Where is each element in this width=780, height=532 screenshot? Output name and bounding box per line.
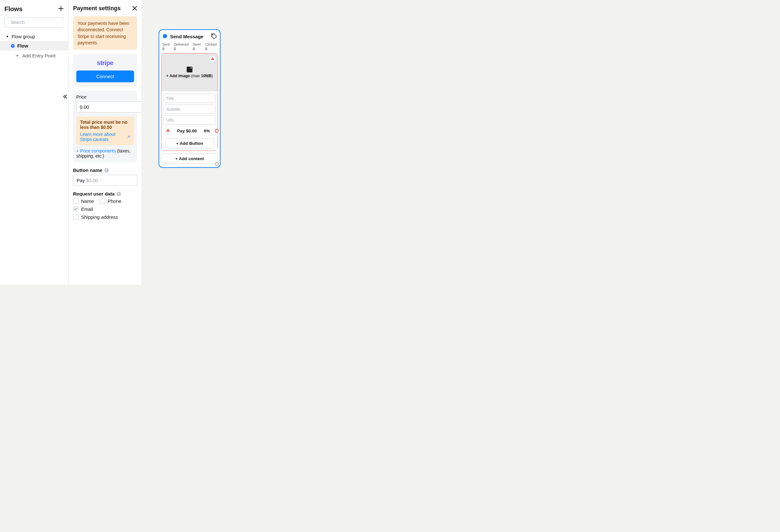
stripe-logo: stripe — [76, 59, 134, 67]
check-email[interactable]: Email — [73, 206, 93, 212]
card-url-input[interactable]: URL — [163, 115, 216, 125]
price-warning: Total price must be no less than $0.50 L… — [76, 116, 134, 145]
flows-tree: ▼ Flow group Flow ＋ Add Entry Point — [0, 31, 68, 62]
pay-button-label: Pay $0.00 — [177, 128, 197, 133]
node-title: Send Message — [170, 34, 203, 39]
panel-title: Payment settings — [73, 5, 120, 12]
stat-label: Delivered — [174, 42, 189, 46]
add-image-area[interactable]: + Add Image (max 10MB) — [161, 54, 218, 91]
stat-value: 0 — [162, 47, 170, 51]
chat-bubble-icon — [162, 34, 167, 40]
price-warning-text: Total price must be no less than $0.50 — [80, 120, 130, 130]
search-input[interactable] — [10, 19, 67, 25]
button-name-amount: $0.00 — [86, 178, 98, 183]
add-flow-button[interactable] — [58, 5, 64, 13]
check-phone[interactable]: Phone — [100, 198, 121, 204]
flow-group-label: Flow group — [11, 34, 35, 39]
flows-sidebar: Flows ▼ Flow group Flow ＋ Add En — [0, 0, 68, 285]
user-data-checkboxes: Name Phone Email Shipping address — [73, 198, 137, 220]
add-price-components-link[interactable]: + Price components — [76, 148, 116, 153]
info-icon[interactable]: i — [116, 192, 121, 196]
stripe-connect-card: stripe Connect — [73, 54, 137, 86]
price-label: Price — [76, 94, 134, 100]
svg-rect-2 — [212, 59, 212, 60]
button-name-label: Button name — [73, 167, 102, 173]
caret-down-icon: ▼ — [6, 35, 9, 38]
checkbox-checked[interactable] — [73, 206, 79, 212]
node-stats: Sent0 Delivered0 Seen0 Clicked0 — [159, 41, 220, 53]
button-name-input[interactable]: Pay $0.00 — [73, 175, 137, 186]
add-image-label: + Add Image (max 10MB) — [166, 74, 213, 78]
warning-icon — [166, 128, 170, 133]
check-name[interactable]: Name — [73, 198, 94, 204]
pay-click-rate: 0% — [204, 128, 210, 133]
add-content-button[interactable]: + Add content — [161, 153, 218, 164]
pay-button-row[interactable]: Pay $0.00 0% — [163, 126, 216, 135]
check-shipping[interactable]: Shipping address — [73, 214, 137, 220]
sidebar-title: Flows — [4, 5, 23, 13]
warning-badge — [209, 55, 216, 62]
flow-group-row[interactable]: ▼ Flow group — [0, 32, 68, 41]
external-link-icon: ↗ — [127, 135, 130, 139]
stat-label: Clicked — [205, 42, 217, 46]
plus-icon: ＋ — [15, 52, 20, 59]
card-subtitle-input[interactable]: Subtitle — [163, 105, 216, 114]
request-user-data-label: Request user data — [73, 191, 114, 197]
add-entry-point-row[interactable]: ＋ Add Entry Point — [0, 50, 68, 61]
search-field[interactable] — [4, 17, 64, 28]
request-user-data-section: Request user data i — [73, 191, 137, 197]
tag-icon[interactable] — [211, 33, 217, 40]
node-output-port[interactable] — [215, 162, 218, 166]
info-icon[interactable]: i — [104, 168, 109, 172]
button-name-prefix: Pay — [77, 178, 85, 183]
payment-settings-panel: Payment settings Your payments have been… — [68, 0, 142, 285]
checkbox[interactable] — [100, 198, 105, 204]
checkbox[interactable] — [73, 198, 79, 204]
flow-label: Flow — [17, 43, 28, 49]
add-button-row[interactable]: + Add Button — [165, 138, 214, 149]
close-panel-button[interactable] — [132, 5, 137, 12]
stat-value: 0 — [205, 47, 217, 51]
card-title-input[interactable]: Title — [163, 94, 216, 103]
stat-value: 0 — [193, 47, 201, 51]
image-icon — [187, 67, 192, 72]
connect-stripe-button[interactable]: Connect — [76, 70, 134, 82]
button-name-section: Button name i — [73, 167, 137, 173]
flow-row[interactable]: Flow — [0, 41, 68, 50]
output-port[interactable] — [215, 129, 218, 133]
send-message-node[interactable]: Send Message Sent0 Delivered0 Seen0 Clic… — [159, 29, 221, 168]
stat-label: Sent — [162, 42, 170, 46]
messenger-icon — [11, 44, 15, 48]
message-card: + Add Image (max 10MB) Title Subtitle UR… — [161, 53, 218, 151]
disconnected-alert: Your payments have been disconnected. Co… — [73, 16, 137, 50]
svg-rect-3 — [168, 129, 168, 130]
flow-canvas[interactable]: Send Message Sent0 Delivered0 Seen0 Clic… — [142, 0, 418, 285]
svg-rect-1 — [212, 58, 212, 59]
svg-rect-4 — [168, 131, 168, 131]
stripe-caveats-link[interactable]: Learn more about Stripe caveats ↗ — [80, 132, 130, 142]
collapse-sidebar-button[interactable] — [62, 94, 67, 100]
price-components-row: + Price components (taxes, shipping, etc… — [76, 148, 134, 159]
checkbox[interactable] — [73, 214, 79, 220]
stat-value: 0 — [174, 47, 189, 51]
price-card: Price USD ▼ Total price must be no less … — [73, 91, 137, 162]
add-entry-point-label: Add Entry Point — [22, 53, 55, 58]
stat-label: Seen — [193, 42, 201, 46]
price-input[interactable] — [76, 101, 142, 113]
